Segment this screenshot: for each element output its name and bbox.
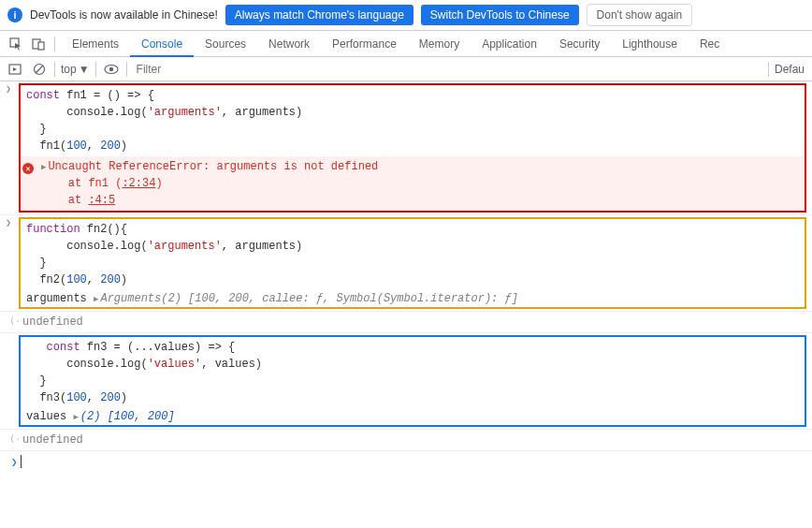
separator bbox=[768, 62, 769, 77]
tab-console[interactable]: Console bbox=[130, 31, 194, 57]
separator bbox=[95, 62, 96, 77]
levels-label[interactable]: Defau bbox=[775, 63, 806, 76]
tab-memory[interactable]: Memory bbox=[408, 31, 471, 57]
code-block: const fn1 = () => { console.log('argumen… bbox=[21, 85, 805, 156]
code-block: function fn2(){ console.log('arguments',… bbox=[21, 219, 805, 290]
log-label: values bbox=[26, 410, 66, 423]
code-block: const fn3 = (...values) => { console.log… bbox=[21, 337, 805, 408]
separator bbox=[54, 37, 55, 51]
input-prompt-icon bbox=[0, 333, 19, 335]
tab-application[interactable]: Application bbox=[471, 31, 548, 57]
tab-network[interactable]: Network bbox=[257, 31, 321, 57]
console-row: const fn3 = (...values) => { console.log… bbox=[0, 333, 812, 430]
filter-input[interactable] bbox=[133, 61, 762, 78]
output-arrow-icon: ⟨· bbox=[4, 432, 22, 445]
error-message: ▶Uncaught ReferenceError: arguments is n… bbox=[36, 156, 384, 211]
array-preview[interactable]: (2) [100, 200] bbox=[80, 410, 175, 423]
tab-performance[interactable]: Performance bbox=[321, 31, 408, 57]
tab-rec[interactable]: Rec bbox=[689, 31, 731, 57]
svg-rect-2 bbox=[38, 42, 44, 50]
context-selector[interactable]: top ▼ bbox=[61, 63, 90, 76]
undefined-value: undefined bbox=[22, 433, 83, 447]
expand-triangle-icon[interactable]: ▶ bbox=[41, 163, 46, 172]
input-prompt-icon: ❯ bbox=[0, 81, 19, 95]
match-language-button[interactable]: Always match Chrome's language bbox=[225, 5, 413, 25]
expand-triangle-icon[interactable]: ▶ bbox=[94, 295, 98, 304]
undefined-value: undefined bbox=[22, 315, 83, 329]
input-prompt-icon: ❯ bbox=[6, 456, 21, 468]
highlight-box-blue: const fn3 = (...values) => { console.log… bbox=[19, 335, 806, 427]
context-label: top bbox=[61, 63, 77, 76]
live-expression-icon[interactable] bbox=[102, 60, 121, 79]
tab-sources[interactable]: Sources bbox=[194, 31, 257, 57]
error-icon: ✕ bbox=[22, 163, 34, 174]
console-log-line: values ▶(2) [100, 200] bbox=[21, 408, 805, 425]
infobar: i DevTools is now available in Chinese! … bbox=[0, 0, 812, 31]
console-prompt[interactable]: ❯ bbox=[0, 451, 812, 472]
highlight-box-red: const fn1 = () => { console.log('argumen… bbox=[19, 83, 806, 213]
highlight-box-yellow: function fn2(){ console.log('arguments',… bbox=[19, 217, 806, 309]
console-row: ⟨· undefined bbox=[0, 312, 812, 333]
infobar-message: DevTools is now available in Chinese! bbox=[30, 8, 218, 22]
console-output: ❯ const fn1 = () => { console.log('argum… bbox=[0, 81, 812, 472]
console-toolbar: top ▼ Defau bbox=[0, 57, 812, 81]
dismiss-button[interactable]: Don't show again bbox=[587, 4, 693, 26]
input-prompt-icon: ❯ bbox=[0, 215, 19, 228]
separator bbox=[54, 62, 55, 77]
expand-triangle-icon[interactable]: ▶ bbox=[73, 413, 78, 422]
svg-line-5 bbox=[36, 66, 43, 73]
console-log-line: arguments ▶Arguments(2) [100, 200, calle… bbox=[21, 290, 805, 307]
tab-lighthouse[interactable]: Lighthouse bbox=[611, 31, 689, 57]
device-toggle-icon[interactable] bbox=[28, 31, 49, 57]
tabs-bar: ElementsConsoleSourcesNetworkPerformance… bbox=[0, 31, 812, 57]
sidebar-toggle-icon[interactable] bbox=[6, 60, 24, 79]
chevron-down-icon: ▼ bbox=[79, 63, 90, 76]
svg-point-7 bbox=[109, 66, 112, 70]
inspect-element-icon[interactable] bbox=[6, 31, 26, 57]
switch-language-button[interactable]: Switch DevTools to Chinese bbox=[421, 5, 579, 25]
tab-elements[interactable]: Elements bbox=[61, 31, 130, 57]
separator bbox=[126, 62, 127, 77]
console-row: ⟨· undefined bbox=[0, 430, 812, 451]
console-row: ❯ function fn2(){ console.log('arguments… bbox=[0, 215, 812, 312]
text-cursor bbox=[21, 455, 22, 468]
console-row: ❯ const fn1 = () => { console.log('argum… bbox=[0, 81, 812, 215]
log-label: arguments bbox=[26, 292, 87, 305]
clear-console-icon[interactable] bbox=[30, 60, 49, 79]
object-preview[interactable]: Arguments(2) [100, 200, callee: ƒ, Symbo… bbox=[100, 292, 517, 305]
info-icon: i bbox=[7, 7, 22, 22]
tab-security[interactable]: Security bbox=[548, 31, 611, 57]
output-arrow-icon: ⟨· bbox=[4, 314, 22, 327]
